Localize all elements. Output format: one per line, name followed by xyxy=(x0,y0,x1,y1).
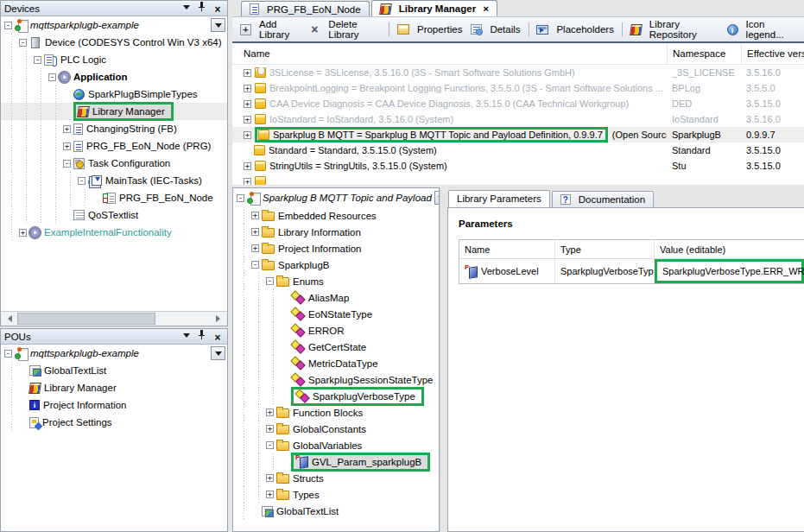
devices-hscrollbar[interactable] xyxy=(1,311,227,326)
tree-item-function-blocks[interactable]: +Function Blocks xyxy=(233,404,439,421)
expander-minus[interactable]: - xyxy=(266,441,274,449)
library-row-partial[interactable]: + xyxy=(232,174,804,185)
library-row-_3s_license[interactable]: +3SLicense = 3SLicense, 3.5.16.0 (3S - S… xyxy=(232,65,804,80)
tree-item-eonstatetype[interactable]: EoNStateType xyxy=(233,306,439,322)
tree-item-embedded-resources[interactable]: +Embedded Resources xyxy=(233,207,439,224)
expander-minus[interactable]: - xyxy=(19,39,27,47)
tree-item-structs[interactable]: +Structs xyxy=(233,470,439,486)
expander-minus[interactable]: - xyxy=(266,277,274,285)
tree-item-maintask-iec-tasks[interactable]: -MainTask (IEC-Tasks) xyxy=(1,172,227,189)
close-tab-icon[interactable]: × xyxy=(483,3,489,14)
expander-plus[interactable]: + xyxy=(251,244,259,252)
tree-item-globalvariables[interactable]: -GlobalVariables xyxy=(233,437,439,453)
close-icon[interactable]: × xyxy=(212,332,224,344)
library-row-iostandard[interactable]: +IoStandard = IoStandard, 3.5.16.0 (Syst… xyxy=(232,111,804,127)
library-row-bplog[interactable]: +BreakpointLogging = Breakpoint Logging … xyxy=(232,80,804,96)
tree-item-mqttsparkplugb-example[interactable]: -mqttsparkplugb-example xyxy=(1,345,227,362)
toolbar-button-icon-legend[interactable]: Icon legend... xyxy=(723,17,801,41)
scroll-right-arrow-icon[interactable] xyxy=(212,312,227,326)
tree-item-metricdatatype[interactable]: MetricDataType xyxy=(233,355,439,371)
tree-view-selector[interactable] xyxy=(211,18,225,32)
expander-minus[interactable]: - xyxy=(34,56,41,64)
expander-plus[interactable]: + xyxy=(19,229,27,237)
expander-plus[interactable]: + xyxy=(244,100,251,108)
column-header-namespace[interactable]: Namespace xyxy=(667,43,741,64)
editor-tab-prg-fb-eon-node[interactable]: PRG_FB_EoN_Node xyxy=(241,1,370,16)
toolbar-button-details[interactable]: Details xyxy=(466,22,524,36)
expander-minus[interactable]: - xyxy=(4,22,12,29)
tree-item-sparkplugverbosetype[interactable]: SparkplugVerboseType xyxy=(233,388,439,404)
tree-item-library-manager[interactable]: Library Manager xyxy=(1,103,227,120)
tree-item-sparkplugb[interactable]: -SparkplugB xyxy=(233,256,439,273)
toolbar-button-properties[interactable]: Properties xyxy=(393,22,466,36)
scroll-left-arrow-icon[interactable] xyxy=(1,312,16,326)
close-icon[interactable]: × xyxy=(212,3,224,16)
expander-minus[interactable]: - xyxy=(237,194,244,202)
expander-minus[interactable]: - xyxy=(48,73,56,81)
column-header-name[interactable]: Name xyxy=(232,48,667,59)
toolbar-button-delete-library[interactable]: Delete Library xyxy=(306,17,385,41)
toolbar-button-placeholders[interactable]: Placeholders xyxy=(532,22,617,36)
expander-plus[interactable]: + xyxy=(266,491,274,498)
library-row-standard[interactable]: Standard = Standard, 3.5.15.0 (System)St… xyxy=(232,142,804,158)
tab-library-parameters[interactable]: Library Parameters xyxy=(448,190,550,207)
parameter-row-verboselevel[interactable]: VerboseLevelSparkplugVerboseTypeSparkplu… xyxy=(459,259,804,283)
expander-plus[interactable]: + xyxy=(244,116,251,124)
tree-view-selector[interactable] xyxy=(211,346,225,360)
tree-item-aliasmap[interactable]: AliasMap xyxy=(233,289,439,306)
expander-plus[interactable]: + xyxy=(63,125,71,133)
pin-icon[interactable] xyxy=(196,329,208,341)
expander-plus[interactable]: + xyxy=(244,85,251,92)
tree-item-gvl-param-sparkplugb[interactable]: GVL_Param_sparkplugB xyxy=(233,453,439,470)
toolbar-button-add-library[interactable]: Add Library xyxy=(236,17,306,41)
expander-plus[interactable]: + xyxy=(251,212,259,219)
tree-item-prg-fb-eon-node-prg[interactable]: +PRG_FB_EoN_Node (PRG) xyxy=(1,137,227,155)
expander-plus[interactable]: + xyxy=(266,474,274,482)
tree-item-task-configuration[interactable]: -Task Configuration xyxy=(1,155,227,172)
scrollbar-thumb[interactable] xyxy=(17,313,155,325)
expander-plus[interactable]: + xyxy=(244,69,251,77)
tree-item-sparkplugsessionstatetype[interactable]: SparkplugSessionStateType xyxy=(233,371,439,388)
expander-plus[interactable]: + xyxy=(266,408,274,416)
tree-item-changingstring-fb[interactable]: +ChangingString (FB) xyxy=(1,120,227,137)
expander-minus[interactable]: - xyxy=(78,177,85,185)
expander-plus[interactable]: + xyxy=(244,162,251,170)
library-row-stu[interactable]: +StringUtils = StringUtils, 3.5.15.0 (Sy… xyxy=(232,158,804,174)
tree-item-sparkplugbsimpletypes[interactable]: SparkPlugBSimpleTypes xyxy=(1,86,227,103)
expander-plus[interactable]: + xyxy=(251,228,259,236)
pin-icon[interactable] xyxy=(196,1,208,13)
tree-item-project-information[interactable]: Project Information xyxy=(1,396,227,414)
library-selector-row[interactable]: - Sparkplug B MQTT Topic and Payload xyxy=(233,188,439,207)
tree-item-exampleinternalfunctionality[interactable]: +ExampleInternalFunctionality xyxy=(1,224,227,241)
expander-plus[interactable]: + xyxy=(244,178,251,186)
expander-minus[interactable]: - xyxy=(63,160,71,168)
expander-minus[interactable]: - xyxy=(4,350,12,358)
tree-item-qostextlist[interactable]: QoSTextlist xyxy=(1,206,227,224)
expander-plus[interactable]: + xyxy=(63,142,71,150)
tree-item-device-codesys-control-win-v3-x64[interactable]: -Device (CODESYS Control Win V3 x64) xyxy=(1,34,227,51)
tree-item-project-information[interactable]: +Project Information xyxy=(233,240,439,256)
collapse-arrow-icon[interactable] xyxy=(180,330,193,342)
parameter-value-cell[interactable]: SparkplugVerboseType.ERR_WRN xyxy=(654,259,804,283)
toolbar-button-library-repository[interactable]: Library Repository xyxy=(626,17,723,41)
tree-item-types[interactable]: +Types xyxy=(233,486,439,503)
tree-item-project-settings[interactable]: Project Settings xyxy=(1,414,227,431)
tree-item-library-information[interactable]: +Library Information xyxy=(233,224,439,240)
panel-splitter[interactable] xyxy=(440,187,447,532)
tree-item-mqttsparkplugb-example[interactable]: -mqttsparkplugb-example xyxy=(1,16,227,34)
tree-item-prg-fb-eon-node[interactable]: PRG_FB_EoN_Node xyxy=(1,189,227,206)
scrollbar-track[interactable] xyxy=(16,312,212,326)
tree-item-error[interactable]: ERROR xyxy=(233,322,439,339)
tree-item-globaltextlist[interactable]: GlobalTextList xyxy=(1,362,227,379)
expander-plus[interactable]: + xyxy=(266,425,274,433)
library-row-sparkplugb[interactable]: +Sparkplug B MQTT = Sparkplug B MQTT Top… xyxy=(232,127,804,142)
expander-minus[interactable]: - xyxy=(251,261,259,269)
collapse-arrow-icon[interactable] xyxy=(180,2,193,14)
tree-item-library-manager[interactable]: Library Manager xyxy=(1,379,227,396)
tree-item-enums[interactable]: -Enums xyxy=(233,273,439,289)
tree-item-application[interactable]: -Application xyxy=(1,68,227,86)
tree-item-globalconstants[interactable]: +GlobalConstants xyxy=(233,421,439,437)
expander-plus[interactable]: + xyxy=(244,131,251,139)
tree-item-plc-logic[interactable]: -PLC Logic xyxy=(1,51,227,68)
column-header-effective-version[interactable]: Effective version xyxy=(741,43,804,64)
